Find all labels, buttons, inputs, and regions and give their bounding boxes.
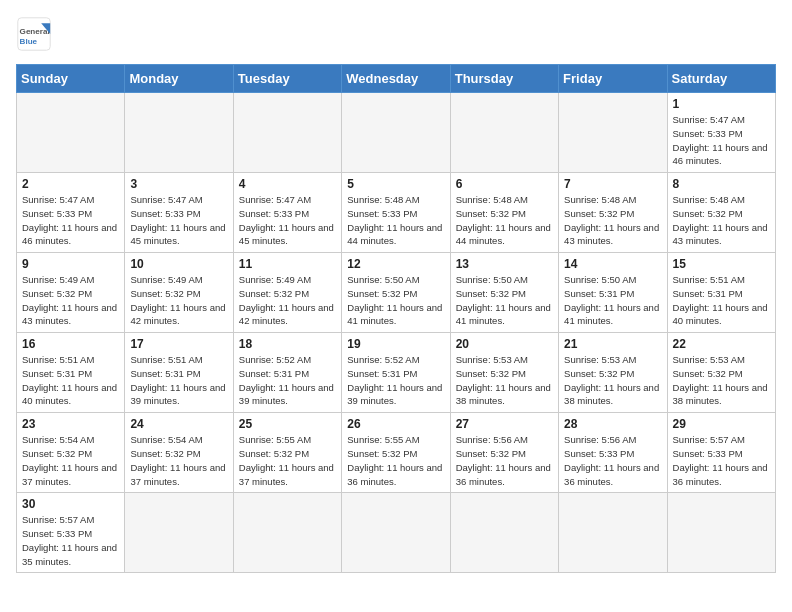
- weekday-header-wednesday: Wednesday: [342, 65, 450, 93]
- day-info: Sunrise: 5:51 AMSunset: 5:31 PMDaylight:…: [673, 273, 770, 328]
- day-info: Sunrise: 5:55 AMSunset: 5:32 PMDaylight:…: [347, 433, 444, 488]
- day-info: Sunrise: 5:48 AMSunset: 5:32 PMDaylight:…: [564, 193, 661, 248]
- weekday-header-friday: Friday: [559, 65, 667, 93]
- calendar-cell: 8Sunrise: 5:48 AMSunset: 5:32 PMDaylight…: [667, 173, 775, 253]
- calendar-cell: 5Sunrise: 5:48 AMSunset: 5:33 PMDaylight…: [342, 173, 450, 253]
- day-number: 29: [673, 417, 770, 431]
- calendar-week-5: 23Sunrise: 5:54 AMSunset: 5:32 PMDayligh…: [17, 413, 776, 493]
- day-number: 23: [22, 417, 119, 431]
- day-number: 13: [456, 257, 553, 271]
- calendar-cell: [125, 93, 233, 173]
- calendar-cell: [125, 493, 233, 573]
- day-info: Sunrise: 5:54 AMSunset: 5:32 PMDaylight:…: [130, 433, 227, 488]
- calendar-cell: 21Sunrise: 5:53 AMSunset: 5:32 PMDayligh…: [559, 333, 667, 413]
- calendar-cell: 11Sunrise: 5:49 AMSunset: 5:32 PMDayligh…: [233, 253, 341, 333]
- day-info: Sunrise: 5:55 AMSunset: 5:32 PMDaylight:…: [239, 433, 336, 488]
- calendar-cell: 2Sunrise: 5:47 AMSunset: 5:33 PMDaylight…: [17, 173, 125, 253]
- day-info: Sunrise: 5:52 AMSunset: 5:31 PMDaylight:…: [239, 353, 336, 408]
- day-number: 7: [564, 177, 661, 191]
- weekday-header-saturday: Saturday: [667, 65, 775, 93]
- weekday-header-monday: Monday: [125, 65, 233, 93]
- day-number: 17: [130, 337, 227, 351]
- weekday-header-tuesday: Tuesday: [233, 65, 341, 93]
- calendar-cell: 13Sunrise: 5:50 AMSunset: 5:32 PMDayligh…: [450, 253, 558, 333]
- calendar-cell: [667, 493, 775, 573]
- calendar-cell: 18Sunrise: 5:52 AMSunset: 5:31 PMDayligh…: [233, 333, 341, 413]
- calendar-cell: 22Sunrise: 5:53 AMSunset: 5:32 PMDayligh…: [667, 333, 775, 413]
- calendar-cell: 1Sunrise: 5:47 AMSunset: 5:33 PMDaylight…: [667, 93, 775, 173]
- calendar-cell: [342, 93, 450, 173]
- day-info: Sunrise: 5:49 AMSunset: 5:32 PMDaylight:…: [130, 273, 227, 328]
- calendar-cell: 25Sunrise: 5:55 AMSunset: 5:32 PMDayligh…: [233, 413, 341, 493]
- day-number: 19: [347, 337, 444, 351]
- svg-text:Blue: Blue: [20, 37, 38, 46]
- calendar-cell: 24Sunrise: 5:54 AMSunset: 5:32 PMDayligh…: [125, 413, 233, 493]
- calendar-cell: [342, 493, 450, 573]
- page-header: General Blue: [16, 16, 776, 52]
- day-info: Sunrise: 5:57 AMSunset: 5:33 PMDaylight:…: [673, 433, 770, 488]
- calendar-cell: [233, 93, 341, 173]
- calendar-week-6: 30Sunrise: 5:57 AMSunset: 5:33 PMDayligh…: [17, 493, 776, 573]
- day-info: Sunrise: 5:50 AMSunset: 5:32 PMDaylight:…: [347, 273, 444, 328]
- day-info: Sunrise: 5:53 AMSunset: 5:32 PMDaylight:…: [564, 353, 661, 408]
- day-info: Sunrise: 5:49 AMSunset: 5:32 PMDaylight:…: [22, 273, 119, 328]
- calendar-cell: [233, 493, 341, 573]
- day-number: 8: [673, 177, 770, 191]
- day-number: 22: [673, 337, 770, 351]
- day-info: Sunrise: 5:50 AMSunset: 5:31 PMDaylight:…: [564, 273, 661, 328]
- day-number: 24: [130, 417, 227, 431]
- day-number: 27: [456, 417, 553, 431]
- weekday-header-sunday: Sunday: [17, 65, 125, 93]
- calendar-cell: 6Sunrise: 5:48 AMSunset: 5:32 PMDaylight…: [450, 173, 558, 253]
- svg-text:General: General: [20, 27, 50, 36]
- calendar-cell: 23Sunrise: 5:54 AMSunset: 5:32 PMDayligh…: [17, 413, 125, 493]
- day-number: 12: [347, 257, 444, 271]
- day-info: Sunrise: 5:52 AMSunset: 5:31 PMDaylight:…: [347, 353, 444, 408]
- calendar-cell: 16Sunrise: 5:51 AMSunset: 5:31 PMDayligh…: [17, 333, 125, 413]
- day-number: 4: [239, 177, 336, 191]
- day-number: 28: [564, 417, 661, 431]
- calendar-table: SundayMondayTuesdayWednesdayThursdayFrid…: [16, 64, 776, 573]
- day-info: Sunrise: 5:54 AMSunset: 5:32 PMDaylight:…: [22, 433, 119, 488]
- day-number: 30: [22, 497, 119, 511]
- day-number: 5: [347, 177, 444, 191]
- day-number: 25: [239, 417, 336, 431]
- calendar-cell: 20Sunrise: 5:53 AMSunset: 5:32 PMDayligh…: [450, 333, 558, 413]
- calendar-cell: 15Sunrise: 5:51 AMSunset: 5:31 PMDayligh…: [667, 253, 775, 333]
- day-number: 14: [564, 257, 661, 271]
- calendar-cell: 14Sunrise: 5:50 AMSunset: 5:31 PMDayligh…: [559, 253, 667, 333]
- calendar-cell: 4Sunrise: 5:47 AMSunset: 5:33 PMDaylight…: [233, 173, 341, 253]
- calendar-cell: 28Sunrise: 5:56 AMSunset: 5:33 PMDayligh…: [559, 413, 667, 493]
- calendar-cell: [559, 493, 667, 573]
- day-info: Sunrise: 5:56 AMSunset: 5:32 PMDaylight:…: [456, 433, 553, 488]
- day-info: Sunrise: 5:51 AMSunset: 5:31 PMDaylight:…: [22, 353, 119, 408]
- day-number: 9: [22, 257, 119, 271]
- day-info: Sunrise: 5:47 AMSunset: 5:33 PMDaylight:…: [673, 113, 770, 168]
- calendar-cell: 10Sunrise: 5:49 AMSunset: 5:32 PMDayligh…: [125, 253, 233, 333]
- calendar-cell: 12Sunrise: 5:50 AMSunset: 5:32 PMDayligh…: [342, 253, 450, 333]
- calendar-cell: 9Sunrise: 5:49 AMSunset: 5:32 PMDaylight…: [17, 253, 125, 333]
- day-number: 1: [673, 97, 770, 111]
- day-number: 3: [130, 177, 227, 191]
- weekday-header-row: SundayMondayTuesdayWednesdayThursdayFrid…: [17, 65, 776, 93]
- day-number: 16: [22, 337, 119, 351]
- day-info: Sunrise: 5:53 AMSunset: 5:32 PMDaylight:…: [456, 353, 553, 408]
- day-number: 11: [239, 257, 336, 271]
- calendar-cell: 17Sunrise: 5:51 AMSunset: 5:31 PMDayligh…: [125, 333, 233, 413]
- day-info: Sunrise: 5:56 AMSunset: 5:33 PMDaylight:…: [564, 433, 661, 488]
- day-number: 15: [673, 257, 770, 271]
- day-number: 6: [456, 177, 553, 191]
- day-number: 26: [347, 417, 444, 431]
- calendar-week-4: 16Sunrise: 5:51 AMSunset: 5:31 PMDayligh…: [17, 333, 776, 413]
- day-number: 20: [456, 337, 553, 351]
- day-info: Sunrise: 5:48 AMSunset: 5:32 PMDaylight:…: [456, 193, 553, 248]
- day-number: 10: [130, 257, 227, 271]
- day-info: Sunrise: 5:51 AMSunset: 5:31 PMDaylight:…: [130, 353, 227, 408]
- day-number: 2: [22, 177, 119, 191]
- calendar-cell: 30Sunrise: 5:57 AMSunset: 5:33 PMDayligh…: [17, 493, 125, 573]
- day-info: Sunrise: 5:48 AMSunset: 5:33 PMDaylight:…: [347, 193, 444, 248]
- calendar-cell: 26Sunrise: 5:55 AMSunset: 5:32 PMDayligh…: [342, 413, 450, 493]
- day-info: Sunrise: 5:47 AMSunset: 5:33 PMDaylight:…: [239, 193, 336, 248]
- calendar-week-1: 1Sunrise: 5:47 AMSunset: 5:33 PMDaylight…: [17, 93, 776, 173]
- calendar-cell: 27Sunrise: 5:56 AMSunset: 5:32 PMDayligh…: [450, 413, 558, 493]
